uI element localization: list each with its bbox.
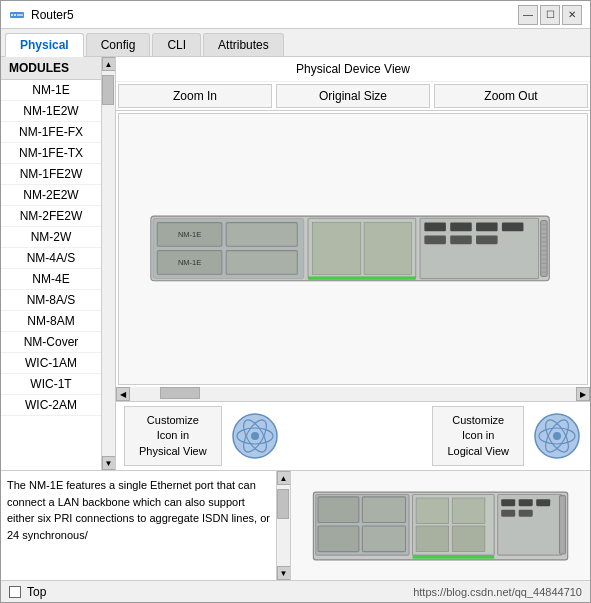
svg-point-1	[11, 14, 13, 16]
list-item[interactable]: NM-4E	[1, 269, 101, 290]
logical-router-icon	[532, 411, 582, 461]
h-scroll-thumb[interactable]	[160, 387, 200, 399]
list-item[interactable]: NM-1FE2W	[1, 164, 101, 185]
svg-rect-65	[560, 495, 566, 553]
svg-rect-64	[413, 555, 495, 559]
tab-physical[interactable]: Physical	[5, 33, 84, 57]
svg-rect-50	[318, 526, 359, 552]
svg-rect-3	[17, 14, 23, 16]
svg-rect-13	[312, 223, 360, 275]
modules-label: MODULES	[9, 61, 69, 75]
status-link[interactable]: https://blog.csdn.net/qq_44844710	[413, 586, 582, 598]
svg-rect-23	[308, 276, 416, 279]
desc-scroll-down-button[interactable]: ▼	[277, 566, 291, 580]
window-title: Router5	[31, 8, 74, 22]
original-size-button[interactable]: Original Size	[276, 84, 430, 108]
status-bar: Top https://blog.csdn.net/qq_44844710	[1, 580, 590, 602]
tab-attributes[interactable]: Attributes	[203, 33, 284, 56]
svg-rect-49	[318, 496, 359, 522]
list-item[interactable]: NM-2E2W	[1, 185, 101, 206]
list-item[interactable]: NM-4A/S	[1, 248, 101, 269]
restore-button[interactable]: ☐	[540, 5, 560, 25]
svg-rect-55	[452, 498, 485, 524]
top-checkbox[interactable]	[9, 586, 21, 598]
preview-chassis-svg	[306, 491, 575, 561]
tab-bar: Physical Config CLI Attributes	[1, 29, 590, 57]
list-item[interactable]: WIC-1AM	[1, 353, 101, 374]
list-item[interactable]: NM-1E2W	[1, 101, 101, 122]
svg-rect-16	[424, 223, 446, 232]
h-scroll-track	[130, 387, 576, 401]
svg-point-46	[553, 432, 561, 440]
list-item[interactable]: NM-Cover	[1, 332, 101, 353]
sidebar: MODULES NM-1E NM-1E2W NM-1FE-FX NM-1FE-T…	[1, 57, 116, 470]
desc-scrollbar[interactable]: ▲ ▼	[276, 471, 290, 580]
tab-config[interactable]: Config	[86, 33, 151, 56]
svg-rect-21	[450, 235, 472, 244]
preview-panel	[291, 471, 590, 580]
minimize-button[interactable]: —	[518, 5, 538, 25]
svg-point-41	[251, 432, 259, 440]
svg-rect-8	[226, 223, 297, 247]
router-chassis-svg: NM-1E NM-1E	[131, 214, 576, 284]
tab-cli[interactable]: CLI	[152, 33, 201, 56]
svg-point-2	[14, 14, 16, 16]
horizontal-scrollbar[interactable]: ◀ ▶	[116, 387, 590, 401]
list-item[interactable]: WIC-1T	[1, 374, 101, 395]
zoom-in-button[interactable]: Zoom In	[118, 84, 272, 108]
desc-scroll-track	[277, 485, 291, 566]
svg-rect-19	[502, 223, 524, 232]
svg-text:NM-1E: NM-1E	[178, 230, 201, 239]
list-item[interactable]: NM-1E	[1, 80, 101, 101]
svg-rect-61	[536, 499, 550, 506]
list-item[interactable]: NM-1FE-FX	[1, 122, 101, 143]
zoom-bar: Zoom In Original Size Zoom Out	[116, 82, 590, 111]
svg-rect-14	[364, 223, 411, 275]
list-item[interactable]: WIC-2AM	[1, 395, 101, 416]
device-display: NM-1E NM-1E	[118, 113, 588, 385]
customize-physical-button[interactable]: Customize Icon in Physical View	[124, 406, 222, 466]
svg-rect-63	[519, 509, 533, 516]
desc-scroll-up-button[interactable]: ▲	[277, 471, 291, 485]
svg-rect-17	[450, 223, 472, 232]
main-window: Router5 — ☐ ✕ Physical Config CLI Attrib…	[0, 0, 591, 603]
svg-rect-59	[501, 499, 515, 506]
list-item[interactable]: NM-2FE2W	[1, 206, 101, 227]
description-panel: The NM-1E features a single Ethernet por…	[1, 471, 291, 580]
title-controls: — ☐ ✕	[518, 5, 582, 25]
title-bar: Router5 — ☐ ✕	[1, 1, 590, 29]
device-view-title: Physical Device View	[116, 57, 590, 82]
svg-rect-20	[424, 235, 446, 244]
customize-logical-button[interactable]: Customize Icon in Logical View	[432, 406, 524, 466]
scroll-down-button[interactable]: ▼	[102, 456, 116, 470]
top-label: Top	[27, 585, 46, 599]
list-item[interactable]: NM-1FE-TX	[1, 143, 101, 164]
scroll-up-button[interactable]: ▲	[102, 57, 116, 71]
zoom-out-button[interactable]: Zoom Out	[434, 84, 588, 108]
main-content: MODULES NM-1E NM-1E2W NM-1FE-FX NM-1FE-T…	[1, 57, 590, 470]
svg-rect-22	[476, 235, 498, 244]
list-item[interactable]: NM-8A/S	[1, 290, 101, 311]
scroll-right-button[interactable]: ▶	[576, 387, 590, 401]
list-item[interactable]: NM-2W	[1, 227, 101, 248]
modules-header: MODULES	[1, 57, 101, 80]
desc-scroll-thumb[interactable]	[277, 489, 289, 519]
sidebar-vertical-scrollbar[interactable]: ▲ ▼	[101, 57, 115, 470]
scroll-thumb[interactable]	[102, 75, 114, 105]
physical-router-icon	[230, 411, 280, 461]
right-panel: Physical Device View Zoom In Original Si…	[116, 57, 590, 470]
svg-rect-54	[416, 498, 449, 524]
scroll-left-button[interactable]: ◀	[116, 387, 130, 401]
scroll-track	[102, 71, 116, 456]
list-item[interactable]: NM-8AM	[1, 311, 101, 332]
window-icon	[9, 7, 25, 23]
svg-rect-18	[476, 223, 498, 232]
svg-rect-51	[362, 496, 405, 522]
device-image: NM-1E NM-1E	[119, 114, 587, 384]
close-button[interactable]: ✕	[562, 5, 582, 25]
svg-rect-62	[501, 509, 515, 516]
svg-rect-57	[452, 526, 485, 552]
customize-bar: Customize Icon in Physical View Customiz…	[116, 401, 590, 470]
svg-text:NM-1E: NM-1E	[178, 258, 201, 267]
svg-rect-60	[519, 499, 533, 506]
